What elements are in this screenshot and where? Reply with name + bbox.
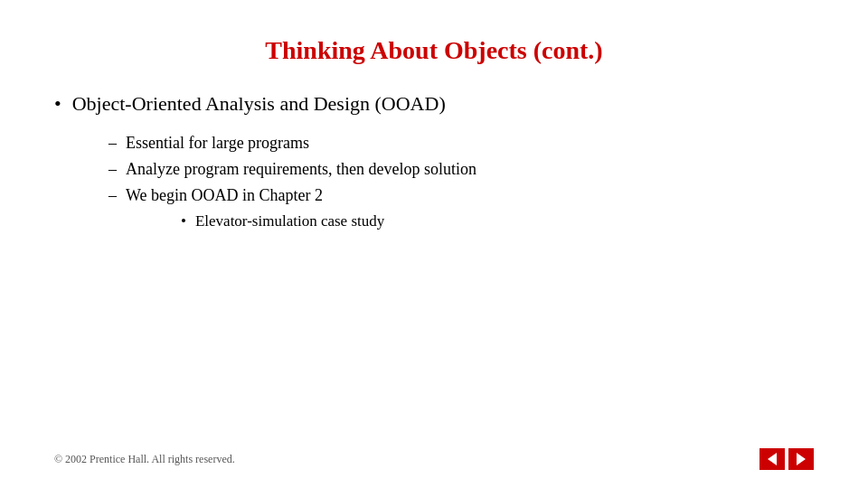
main-bullet-dot: • [54, 92, 61, 116]
footer: © 2002 Prentice Hall. All rights reserve… [54, 448, 814, 470]
next-button[interactable] [788, 448, 814, 470]
footer-copyright: © 2002 Prentice Hall. All rights reserve… [54, 453, 235, 466]
nested-bullet-text: Elevator-simulation case study [195, 212, 384, 230]
sub-bullet-text-2: Analyze program requirements, then devel… [126, 160, 476, 179]
sub-bullets: – Essential for large programs – Analyze… [108, 134, 814, 230]
main-bullet-text: Object-Oriented Analysis and Design (OOA… [72, 92, 446, 116]
slide-title: Thinking About Objects (cont.) [54, 36, 814, 65]
sub-bullet-3: – We begin OOAD in Chapter 2 [108, 186, 814, 205]
nested-bullet-1: • Elevator-simulation case study [181, 212, 814, 230]
prev-button[interactable] [760, 448, 785, 470]
sub-bullet-dash-3: – [108, 186, 117, 205]
sub-bullet-1: – Essential for large programs [108, 134, 814, 153]
sub-bullet-2: – Analyze program requirements, then dev… [108, 160, 814, 179]
next-arrow-icon [797, 453, 806, 465]
sub-bullet-text-1: Essential for large programs [126, 134, 309, 153]
main-bullet: • Object-Oriented Analysis and Design (O… [54, 92, 814, 116]
nested-bullet-dot: • [181, 212, 186, 230]
sub-bullet-text-3: We begin OOAD in Chapter 2 [126, 186, 323, 205]
nav-buttons [760, 448, 814, 470]
sub-bullet-dash-2: – [108, 160, 117, 179]
prev-arrow-icon [768, 453, 777, 465]
sub-bullet-dash-1: – [108, 134, 117, 153]
slide-container: Thinking About Objects (cont.) • Object-… [0, 0, 868, 488]
nested-bullets: • Elevator-simulation case study [181, 212, 814, 230]
